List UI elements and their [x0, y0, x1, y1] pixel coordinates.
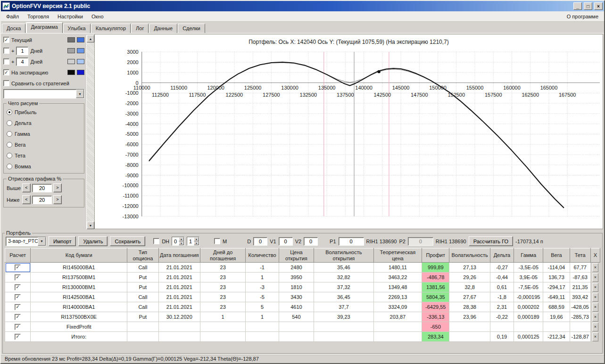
dh-checkbox[interactable]: [153, 238, 159, 244]
remove-row-button[interactable]: ×: [592, 313, 598, 322]
current-color-swatch-1[interactable]: [67, 37, 75, 42]
d-input[interactable]: [253, 237, 267, 246]
strategy-select[interactable]: ▼: [3, 89, 84, 99]
scroll-up-button[interactable]: ▲: [87, 35, 94, 42]
row-calc-checkbox[interactable]: [15, 294, 21, 300]
dh-spinner-1-input[interactable]: [172, 237, 179, 245]
p2-input[interactable]: [408, 237, 433, 246]
draw-option-vega[interactable]: Вега: [7, 139, 81, 150]
remove-row-button[interactable]: ×: [592, 263, 598, 272]
below-percent-input[interactable]: [32, 196, 52, 204]
row-calc-checkbox[interactable]: [15, 334, 21, 340]
cell-date: 21.01.2021: [158, 292, 200, 302]
calculate-go-button[interactable]: Рассчитать ГО: [469, 236, 513, 246]
remove-row-button[interactable]: ×: [592, 303, 598, 312]
tab-log[interactable]: Лог: [131, 24, 149, 33]
compare-strategy-checkbox[interactable]: [3, 80, 9, 86]
days-1-color-swatch-1[interactable]: [67, 48, 75, 53]
p1-input[interactable]: [339, 237, 364, 246]
v1-input[interactable]: [279, 237, 293, 246]
row-calc-checkbox[interactable]: [15, 265, 21, 271]
plus-days-1-checkbox[interactable]: [3, 48, 9, 54]
dropdown-arrow-icon[interactable]: ▼: [76, 90, 84, 98]
menu-trade[interactable]: Торговля: [23, 12, 53, 21]
draw-option-theta[interactable]: Тета: [7, 150, 81, 161]
remove-row-button[interactable]: ×: [592, 273, 598, 282]
dh-spinner-2-input[interactable]: [187, 237, 194, 245]
cell-vega: 688,59: [543, 302, 570, 312]
m-checkbox[interactable]: [214, 238, 220, 244]
cell-date: 21.01.2021: [158, 302, 200, 312]
table-row: RI145000BA1Call21.01.202123-1248035,4614…: [5, 263, 600, 273]
draw-option-delta[interactable]: Дельта: [7, 117, 81, 128]
menu-about[interactable]: О программе: [562, 12, 603, 21]
dh-spinner-2[interactable]: ▲▼: [187, 237, 199, 246]
expiration-checkbox[interactable]: [3, 69, 9, 75]
tab-board[interactable]: Доска: [2, 24, 25, 33]
minimize-button[interactable]: _: [573, 2, 582, 10]
delete-button[interactable]: Удалить: [78, 236, 108, 246]
dh-spinner-1[interactable]: ▲▼: [172, 237, 184, 246]
draw-option-profit[interactable]: Прибыль: [7, 107, 81, 117]
days-1-input[interactable]: [16, 47, 28, 55]
current-color-swatch-2[interactable]: [77, 37, 84, 42]
menu-file[interactable]: Файл: [2, 12, 23, 21]
tab-diagram[interactable]: Диаграмма: [26, 22, 62, 33]
spin-down-icon[interactable]: ▼: [179, 241, 184, 246]
plus-days-2-checkbox[interactable]: [3, 58, 9, 65]
spin-down-icon[interactable]: ▼: [194, 241, 199, 246]
draw-option-gamma[interactable]: Гамма: [7, 128, 81, 139]
days-1-color-swatch-2[interactable]: [77, 48, 84, 53]
remove-row-button[interactable]: ×: [592, 283, 598, 292]
scroll-down-button[interactable]: ▼: [87, 222, 94, 229]
menu-settings[interactable]: Настройки: [53, 12, 87, 21]
days-2-color-swatch-2[interactable]: [77, 59, 84, 64]
cell-code: RI130000BM1: [31, 282, 127, 292]
row-calc-checkbox[interactable]: [15, 284, 21, 290]
m-label: M: [223, 239, 227, 244]
dropdown-arrow-icon[interactable]: ▼: [38, 237, 46, 246]
days-2-input[interactable]: [16, 58, 28, 66]
days-2-color-swatch-1[interactable]: [67, 59, 75, 64]
above-percent-input[interactable]: [32, 184, 52, 192]
tab-deals[interactable]: Сделки: [178, 24, 205, 33]
row-calc-checkbox[interactable]: [15, 304, 21, 310]
current-checkbox[interactable]: [3, 37, 9, 43]
remove-row-button[interactable]: ×: [592, 332, 598, 341]
cell-profit: -486,78: [422, 273, 449, 282]
v2-input[interactable]: [304, 237, 318, 246]
cell-qty: 5: [246, 302, 279, 312]
row-calc-checkbox[interactable]: [15, 314, 21, 320]
go-value: -17073,14 п: [515, 239, 543, 244]
increase-above-button[interactable]: >: [53, 183, 62, 192]
radio-indicator: [7, 109, 12, 115]
tab-data[interactable]: Данные: [149, 24, 177, 33]
cell-theta: -285,73: [570, 312, 590, 322]
save-button[interactable]: Сохранить: [110, 236, 145, 246]
expiration-color-swatch-2[interactable]: [77, 70, 84, 75]
import-button[interactable]: Импорт: [49, 236, 76, 246]
tab-smile[interactable]: Улыбка: [63, 24, 91, 33]
column-header: Дней до погашения: [200, 248, 245, 263]
increase-below-button[interactable]: >: [53, 195, 62, 204]
scrollbar-track[interactable]: [87, 42, 94, 222]
menu-window[interactable]: Окно: [87, 12, 108, 21]
decrease-above-button[interactable]: <: [22, 183, 31, 192]
remove-row-button[interactable]: ×: [592, 293, 598, 302]
expiration-color-swatch-1[interactable]: [67, 70, 75, 75]
cell-vol: 23,96: [449, 312, 490, 322]
decrease-below-button[interactable]: <: [22, 195, 31, 204]
maximize-button[interactable]: □: [584, 2, 592, 10]
close-button[interactable]: ×: [594, 2, 603, 10]
draw-option-vomma[interactable]: Вомма: [7, 161, 81, 172]
panel-scrollbar[interactable]: ▲ ▼: [86, 35, 94, 229]
row-calc-checkbox[interactable]: [15, 324, 21, 330]
cell-open_vol: [314, 332, 374, 342]
tab-calculator[interactable]: Калькулятор: [91, 24, 131, 33]
table-row: FixedProfit-650×: [5, 322, 600, 332]
row-calc-checkbox[interactable]: [15, 274, 21, 281]
portfolio-preset-select[interactable]: 3-вар-т_РТС ▼: [6, 237, 46, 246]
spin-up-icon[interactable]: ▲: [194, 237, 199, 241]
remove-row-button[interactable]: ×: [592, 323, 598, 331]
spin-up-icon[interactable]: ▲: [179, 237, 184, 241]
